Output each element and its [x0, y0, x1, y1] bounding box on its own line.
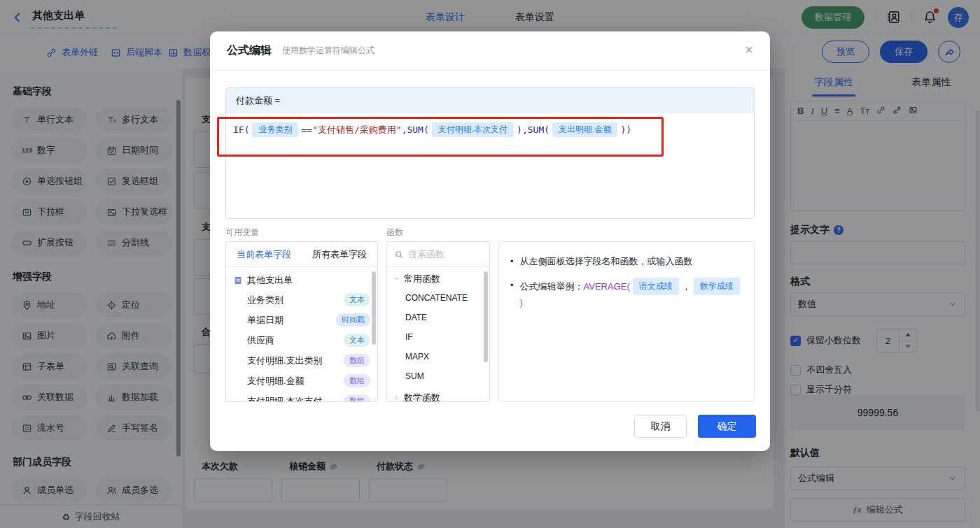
- field-chip-数学成绩[interactable]: 数学成绩: [694, 278, 740, 295]
- functions-scrollbar[interactable]: [484, 271, 488, 362]
- bullet-icon: •: [510, 254, 514, 269]
- token-kw: )): [620, 124, 631, 135]
- token-kw: ,SUM(: [402, 124, 429, 135]
- variable-row-支付明细.支出类别[interactable]: 支付明细.支出类别数组: [226, 350, 377, 371]
- token-plain: ，: [682, 279, 691, 294]
- functions-label: 函数: [386, 227, 403, 238]
- field-chip-业务类别[interactable]: 业务类别: [252, 122, 298, 137]
- variable-name: 供应商: [247, 334, 274, 347]
- token-plain: 从左侧面板选择字段名和函数，或输入函数: [520, 254, 693, 269]
- cancel-button[interactable]: 取消: [634, 415, 687, 438]
- variables-label: 可用变量: [225, 227, 259, 238]
- help-line-text: 公式编辑举例：AVERAGE(语文成绩，数学成绩): [520, 278, 743, 310]
- function-SUM[interactable]: SUM: [387, 366, 489, 386]
- chevron-right-icon: [393, 394, 400, 401]
- variable-name: 支付明细.本次支付: [247, 395, 323, 403]
- token-plain: 公式编辑举例：: [520, 279, 584, 294]
- help-line: •公式编辑举例：AVERAGE(语文成绩，数学成绩): [510, 278, 743, 310]
- token-str: "支付销售/采购费用": [312, 124, 401, 136]
- function-group-label: 数学函数: [404, 392, 440, 403]
- variable-row-支付明细.本次支付[interactable]: 支付明细.本次支付数组: [226, 391, 377, 402]
- formula-expression: IF(业务类别=="支付销售/采购费用",SUM(支付明细.本次支付),SUM(…: [233, 122, 747, 137]
- help-panel: •从左侧面板选择字段名和函数，或输入函数•公式编辑举例：AVERAGE(语文成绩…: [498, 241, 755, 402]
- type-badge: 文本: [344, 334, 370, 347]
- function-MAPX[interactable]: MAPX: [387, 347, 489, 366]
- formula-editor-dialog: 公式编辑 使用数学运算符编辑公式 × 付款金额 = IF(业务类别=="支付销售…: [210, 31, 770, 451]
- variable-name: 支付明细.支出类别: [247, 355, 323, 367]
- confirm-button[interactable]: 确定: [698, 415, 756, 438]
- variables-root-row[interactable]: 其他支出单: [226, 271, 377, 290]
- token-kw: ==: [301, 124, 312, 135]
- type-badge: 时间戳: [336, 313, 370, 327]
- variable-name: 支付明细.金额: [247, 375, 304, 387]
- variable-row-业务类别[interactable]: 业务类别文本: [226, 290, 377, 310]
- formula-input-area[interactable]: IF(业务类别=="支付销售/采购费用",SUM(支付明细.本次支付),SUM(…: [226, 113, 754, 146]
- field-chip-支付明细.本次支付[interactable]: 支付明细.本次支付: [432, 122, 514, 137]
- variables-panel: 当前表单字段所有表单字段 其他支出单 业务类别文本单据日期时间戳供应商文本支付明…: [225, 241, 378, 402]
- token-kw: ),SUM(: [517, 124, 550, 135]
- token-fn: AVERAGE: [584, 279, 627, 294]
- bullet-icon: •: [510, 278, 514, 292]
- field-chip-支出明细.金额[interactable]: 支出明细.金额: [552, 122, 617, 137]
- doc-icon: [233, 276, 243, 285]
- field-chip-语文成绩[interactable]: 语文成绩: [633, 278, 679, 295]
- help-line-text: 从左侧面板选择字段名和函数，或输入函数: [520, 254, 693, 269]
- dialog-title: 公式编辑: [227, 43, 272, 58]
- variables-scrollbar[interactable]: [372, 271, 376, 345]
- vars-tab-所有表单字段[interactable]: 所有表单字段: [302, 242, 377, 266]
- function-rows: 常用函数CONCATENATEDATEIFMAPXSUM数学函数文本函数: [387, 269, 489, 402]
- function-IF[interactable]: IF: [387, 327, 489, 347]
- search-icon: [394, 250, 404, 259]
- variable-row-供应商[interactable]: 供应商文本: [226, 330, 377, 350]
- function-CONCATENATE[interactable]: CONCATENATE: [387, 288, 489, 308]
- vars-tab-当前表单字段[interactable]: 当前表单字段: [226, 242, 302, 266]
- function-DATE[interactable]: DATE: [387, 308, 489, 327]
- type-badge: 数组: [344, 374, 370, 387]
- function-search-input[interactable]: [408, 249, 482, 259]
- function-search: [387, 242, 489, 267]
- dialog-header: 公式编辑 使用数学运算符编辑公式 ×: [210, 31, 770, 71]
- type-badge: 数组: [344, 394, 370, 402]
- variables-rows: 业务类别文本单据日期时间戳供应商文本支付明细.支出类别数组支付明细.金额数组支付…: [226, 290, 377, 402]
- token-paren: (: [626, 279, 629, 294]
- variable-name: 单据日期: [247, 314, 284, 327]
- variable-row-单据日期[interactable]: 单据日期时间戳: [226, 310, 377, 330]
- token-paren: ): [520, 295, 523, 310]
- variables-tabs: 当前表单字段所有表单字段: [226, 242, 377, 267]
- token-kw: IF(: [233, 124, 249, 135]
- type-badge: 文本: [344, 293, 370, 306]
- formula-box: 付款金额 = IF(业务类别=="支付销售/采购费用",SUM(支付明细.本次支…: [225, 87, 755, 219]
- function-group-label: 常用函数: [404, 273, 440, 285]
- functions-panel: 常用函数CONCATENATEDATEIFMAPXSUM数学函数文本函数: [386, 241, 490, 402]
- formula-target: 付款金额 =: [226, 88, 754, 113]
- function-group-数学函数[interactable]: 数学函数: [387, 388, 489, 402]
- dialog-subtitle: 使用数学运算符编辑公式: [282, 45, 374, 57]
- variable-row-支付明细.金额[interactable]: 支付明细.金额数组: [226, 371, 377, 391]
- close-icon[interactable]: ×: [745, 43, 753, 57]
- variable-name: 业务类别: [247, 294, 284, 306]
- help-line: •从左侧面板选择字段名和函数，或输入函数: [510, 254, 743, 269]
- function-group-常用函数[interactable]: 常用函数: [387, 269, 489, 288]
- type-badge: 数组: [344, 354, 370, 367]
- chevron-down-icon: [393, 275, 400, 283]
